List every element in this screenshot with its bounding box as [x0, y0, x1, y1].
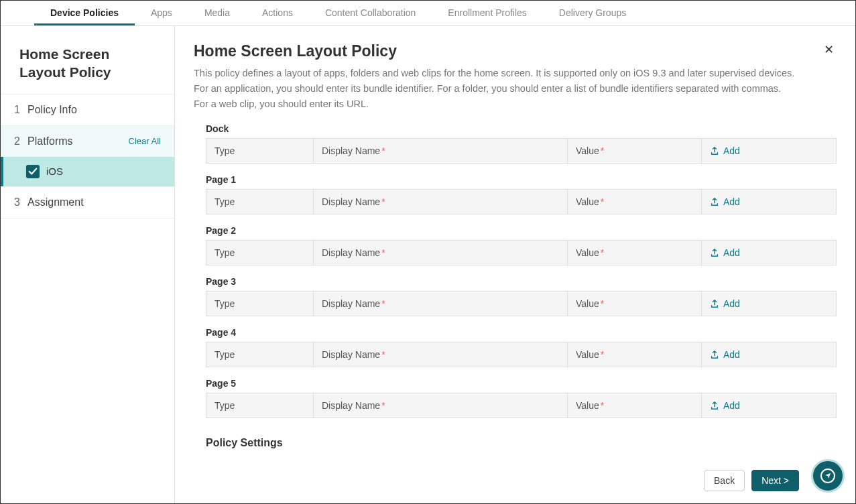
add-button[interactable]: Add [710, 196, 740, 207]
add-button[interactable]: Add [710, 349, 740, 360]
layout-table: TypeDisplay Name*Value*Add [206, 138, 837, 164]
clear-all-link[interactable]: Clear All [129, 136, 161, 146]
platform-ios[interactable]: iOS [1, 157, 174, 186]
col-name-header: Display Name* [314, 292, 568, 316]
col-type-header: Type [206, 139, 314, 163]
tab-device-policies[interactable]: Device Policies [34, 1, 135, 25]
layout-table: TypeDisplay Name*Value*Add [206, 189, 837, 214]
col-name-header: Display Name* [314, 342, 568, 367]
step-label: Policy Info [27, 104, 77, 116]
col-type-header: Type [206, 190, 314, 214]
tab-enrollment-profiles[interactable]: Enrollment Profiles [432, 1, 543, 25]
tab-apps[interactable]: Apps [135, 1, 188, 25]
col-value-header: Value* [568, 241, 702, 265]
section-label: Page 3 [194, 276, 837, 287]
desc-line: For a web clip, you should enter its URL… [194, 97, 837, 112]
layout-table: TypeDisplay Name*Value*Add [206, 291, 837, 316]
col-value-header: Value* [568, 342, 702, 367]
col-name-header: Display Name* [314, 139, 568, 163]
tab-delivery-groups[interactable]: Delivery Groups [543, 1, 642, 25]
col-value-header: Value* [568, 190, 702, 214]
tab-media[interactable]: Media [188, 1, 246, 25]
section-label: Page 5 [194, 378, 837, 389]
add-button[interactable]: Add [710, 145, 740, 156]
step-number: 1 [14, 104, 27, 116]
add-button[interactable]: Add [710, 247, 740, 258]
layout-table: TypeDisplay Name*Value*Add [206, 240, 837, 265]
desc-line: For an application, you should enter its… [194, 81, 837, 97]
section-label: Page 4 [194, 327, 837, 338]
col-value-header: Value* [568, 393, 702, 418]
col-type-header: Type [206, 342, 314, 367]
col-value-header: Value* [568, 139, 702, 163]
sidebar: Home Screen Layout Policy 1 Policy Info … [1, 26, 175, 503]
step-assignment[interactable]: 3 Assignment [1, 186, 174, 218]
col-type-header: Type [206, 292, 314, 316]
policy-settings-heading: Policy Settings [194, 437, 837, 449]
col-add: Add [702, 139, 836, 163]
col-name-header: Display Name* [314, 241, 568, 265]
add-button[interactable]: Add [710, 298, 740, 309]
page-title: Home Screen Layout Policy [194, 42, 397, 60]
tab-actions[interactable]: Actions [246, 1, 309, 25]
col-add: Add [702, 190, 836, 214]
layout-table: TypeDisplay Name*Value*Add [206, 393, 837, 418]
col-add: Add [702, 241, 836, 265]
step-number: 3 [14, 196, 27, 208]
col-name-header: Display Name* [314, 190, 568, 214]
close-icon[interactable]: ✕ [821, 42, 837, 57]
section-label: Page 1 [194, 174, 837, 185]
sidebar-title: Home Screen Layout Policy [1, 38, 174, 94]
back-button[interactable]: Back [704, 470, 745, 491]
layout-table: TypeDisplay Name*Value*Add [206, 342, 837, 367]
col-type-header: Type [206, 393, 314, 418]
add-button[interactable]: Add [710, 400, 740, 411]
main-content: Home Screen Layout Policy ✕ This policy … [175, 26, 855, 503]
step-number: 2 [14, 135, 27, 147]
col-type-header: Type [206, 241, 314, 265]
col-add: Add [702, 292, 836, 316]
checkbox-checked-icon[interactable] [26, 165, 40, 178]
col-name-header: Display Name* [314, 393, 568, 418]
section-label: Dock [194, 123, 837, 134]
step-label: Platforms [27, 135, 73, 147]
col-add: Add [702, 393, 836, 418]
tab-content-collaboration[interactable]: Content Collaboration [309, 1, 432, 25]
col-value-header: Value* [568, 292, 702, 316]
top-nav: Device Policies Apps Media Actions Conte… [1, 1, 855, 26]
desc-line: This policy defines a layout of apps, fo… [194, 66, 837, 81]
navigate-fab[interactable] [811, 459, 845, 493]
step-platforms[interactable]: 2 Platforms Clear All [1, 125, 174, 157]
step-label: Assignment [27, 196, 84, 208]
section-label: Page 2 [194, 225, 837, 236]
policy-description: This policy defines a layout of apps, fo… [194, 66, 837, 113]
col-add: Add [702, 342, 836, 367]
step-policy-info[interactable]: 1 Policy Info [1, 94, 174, 125]
next-button[interactable]: Next > [751, 470, 799, 491]
platform-label: iOS [46, 166, 63, 177]
